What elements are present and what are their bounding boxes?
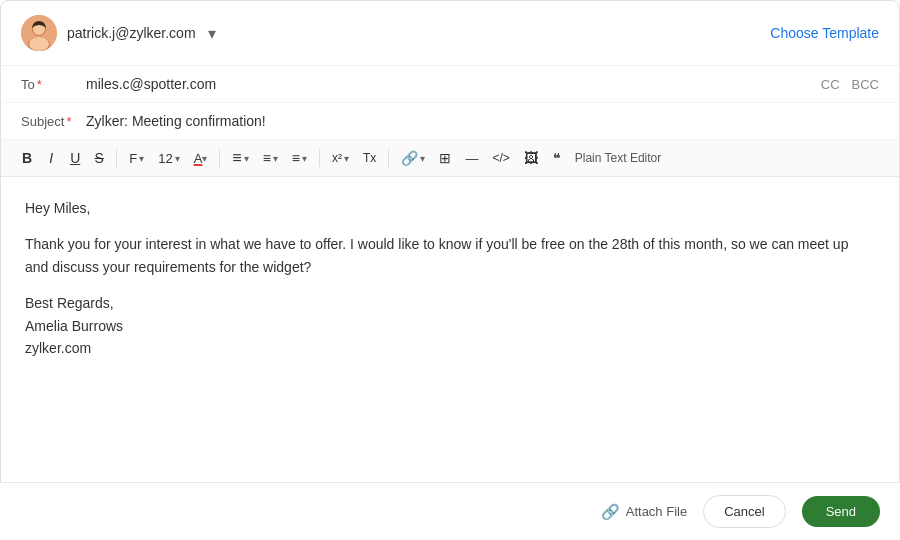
toolbar-divider-2 [219,149,220,167]
font-size-button[interactable]: 12 ▾ [153,148,184,169]
font-color-button[interactable]: A ▾ [189,148,213,169]
toolbar-divider-4 [388,149,389,167]
attach-icon: 🔗 [601,503,620,521]
sender-email[interactable]: patrick.j@zylker.com [67,25,196,41]
link-button[interactable]: 🔗 ▾ [396,147,430,169]
sender-name: Amelia Burrows [25,318,123,334]
subject-field-row: Subject* Zylker: Meeting confirmation! [1,103,899,140]
cancel-button[interactable]: Cancel [703,495,785,528]
code-button[interactable]: </> [487,148,514,168]
unordered-list-button[interactable]: ≡ ▾ [287,147,312,169]
toolbar-divider-3 [319,149,320,167]
strikethrough-button[interactable]: S [89,147,109,169]
underline-button[interactable]: U [65,147,85,169]
plain-text-editor-button[interactable]: Plain Text Editor [575,151,662,165]
clear-format-button[interactable]: Tx [358,148,381,168]
subject-label: Subject* [21,114,86,129]
table-button[interactable]: ⊞ [434,147,456,169]
to-field-row: To* miles.c@spotter.com CC BCC [1,66,899,103]
toolbar-divider-1 [116,149,117,167]
attach-file-button[interactable]: 🔗 Attach File [601,503,687,521]
superscript-button[interactable]: x² ▾ [327,148,354,168]
quote-button[interactable]: ❝ [547,147,567,169]
to-label: To* [21,77,86,92]
email-footer: 🔗 Attach File Cancel Send [0,482,900,540]
greeting: Hey Miles, [25,197,875,219]
bold-button[interactable]: B [17,147,37,169]
closing-text: Best Regards, [25,295,114,311]
email-header: patrick.j@zylker.com ▾ Choose Template [1,1,899,66]
sender-section: patrick.j@zylker.com ▾ [21,15,216,51]
italic-button[interactable]: I [41,147,61,169]
email-body[interactable]: Hey Miles, Thank you for your interest i… [1,177,899,379]
align-button[interactable]: ≡ ▾ [227,146,253,170]
subject-value[interactable]: Zylker: Meeting confirmation! [86,113,879,129]
horizontal-rule-button[interactable]: — [460,148,483,169]
choose-template-button[interactable]: Choose Template [770,25,879,41]
bcc-button[interactable]: BCC [852,77,879,92]
ordered-list-button[interactable]: ≡ ▾ [258,147,283,169]
to-value[interactable]: miles.c@spotter.com [86,76,821,92]
formatting-toolbar: B I U S F ▾ 12 ▾ A ▾ ≡ ▾ ≡ ▾ ≡ ▾ [1,140,899,177]
avatar [21,15,57,51]
font-button[interactable]: F ▾ [124,148,149,169]
attach-label: Attach File [626,504,687,519]
svg-point-4 [29,37,49,51]
cc-bcc-actions: CC BCC [821,77,879,92]
sender-dropdown-icon[interactable]: ▾ [208,24,216,43]
cc-button[interactable]: CC [821,77,840,92]
closing-section: Best Regards, Amelia Burrows zylker.com [25,292,875,359]
send-button[interactable]: Send [802,496,880,527]
image-button[interactable]: 🖼 [519,147,543,169]
body-paragraph: Thank you for your interest in what we h… [25,233,875,278]
company-name: zylker.com [25,340,91,356]
